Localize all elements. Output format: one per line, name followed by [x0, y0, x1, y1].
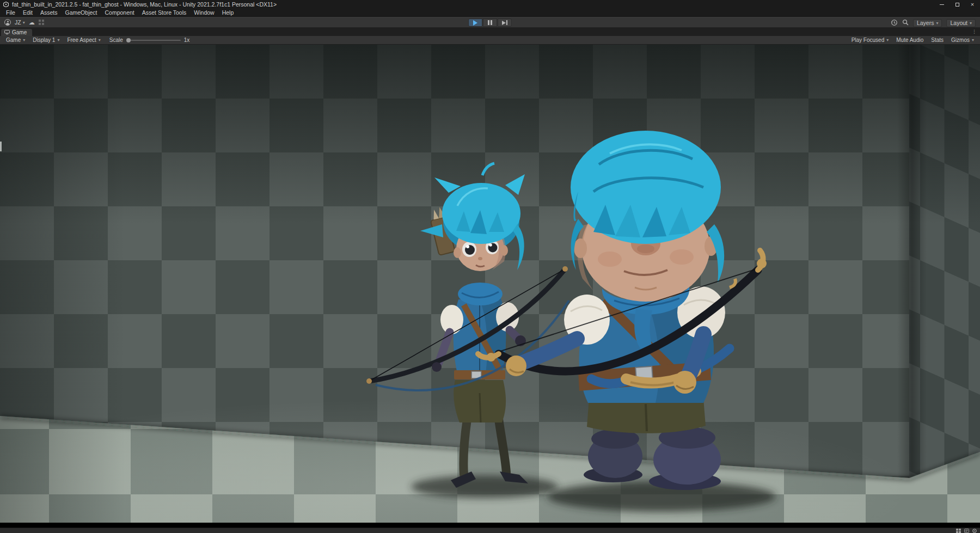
- menu-help[interactable]: Help: [218, 9, 238, 16]
- menu-gameobject[interactable]: GameObject: [62, 9, 101, 16]
- undo-history-icon[interactable]: [891, 19, 898, 27]
- toolbar-left-group: JZ ▾ ☁: [4, 19, 44, 26]
- chevron-down-icon: ▾: [972, 38, 974, 42]
- mute-audio-label: Mute Audio: [896, 37, 923, 43]
- menu-edit[interactable]: Edit: [19, 9, 36, 16]
- minimize-icon: [940, 4, 944, 5]
- toolbar-right-group: Layers ▾ Layout ▾: [891, 17, 976, 28]
- stats-label: Stats: [931, 37, 944, 43]
- maximize-icon: [955, 3, 959, 7]
- chevron-down-icon: ▾: [970, 21, 972, 26]
- gizmos-label: Gizmos: [951, 37, 970, 43]
- display-mode-dropdown[interactable]: Game ▾: [3, 36, 28, 45]
- unity-logo-icon: [3, 2, 9, 7]
- tab-game-label: Game: [12, 29, 27, 35]
- menu-bar: File Edit Assets GameObject Component As…: [0, 9, 980, 17]
- panel-menu-icon[interactable]: ⋮: [972, 28, 977, 36]
- play-button[interactable]: [468, 19, 482, 27]
- services-grid-icon[interactable]: [39, 20, 44, 25]
- game-view-toolbar: Game ▾ Display 1 ▾ Free Aspect ▾ Scale 1…: [0, 36, 980, 45]
- menu-file[interactable]: File: [2, 9, 19, 16]
- menu-component[interactable]: Component: [101, 9, 138, 16]
- display-mode-label: Game: [6, 37, 21, 43]
- gizmos-dropdown[interactable]: Gizmos ▾: [948, 36, 977, 45]
- display-dropdown[interactable]: Display 1 ▾: [29, 36, 63, 45]
- aspect-dropdown[interactable]: Free Aspect ▾: [64, 36, 103, 45]
- display-label: Display 1: [33, 37, 55, 43]
- cloud-services-icon[interactable]: ☁: [29, 20, 35, 26]
- scene-3d: [0, 45, 980, 523]
- scale-slider[interactable]: [126, 36, 181, 45]
- pause-icon: [488, 20, 492, 25]
- account-label: JZ: [15, 19, 21, 26]
- maximize-button[interactable]: [950, 0, 965, 9]
- stats-button[interactable]: Stats: [928, 36, 947, 45]
- scale-value: 1x: [184, 37, 190, 43]
- menu-asset-store-tools[interactable]: Asset Store Tools: [138, 9, 191, 16]
- letterbox-bar: [0, 523, 980, 528]
- status-icons: [956, 529, 977, 533]
- search-icon[interactable]: [902, 19, 909, 27]
- window-title: fat_thin_built_in_2021.2.5 - fat_thin_gh…: [12, 1, 277, 8]
- layout-label: Layout: [950, 20, 967, 26]
- main-toolbar: JZ ▾ ☁ Layers ▾: [0, 17, 980, 28]
- game-toolbar-right: Play Focused ▾ Mute Audio Stats Gizmos ▾: [848, 36, 977, 45]
- chevron-down-icon: ▾: [57, 38, 59, 42]
- play-icon: [473, 20, 477, 26]
- layers-label: Layers: [917, 20, 934, 26]
- scale-slider-thumb[interactable]: [126, 38, 131, 42]
- game-view-icon: [4, 29, 10, 35]
- chevron-down-icon: ▾: [23, 20, 25, 25]
- step-button[interactable]: [498, 19, 512, 27]
- chevron-down-icon: ▾: [99, 38, 101, 42]
- scale-slider-track: [126, 40, 181, 41]
- layers-dropdown[interactable]: Layers ▾: [913, 19, 942, 27]
- unity-editor-window: fat_thin_built_in_2021.2.5 - fat_thin_gh…: [0, 0, 980, 533]
- minimize-button[interactable]: [934, 0, 950, 9]
- layout-dropdown[interactable]: Layout ▾: [946, 19, 976, 27]
- mute-audio-button[interactable]: Mute Audio: [893, 36, 927, 45]
- play-focused-dropdown[interactable]: Play Focused ▾: [848, 36, 892, 45]
- window-controls: ×: [934, 0, 980, 9]
- title-bar: fat_thin_built_in_2021.2.5 - fat_thin_gh…: [0, 0, 980, 9]
- pause-button[interactable]: [483, 19, 497, 27]
- play-controls: [468, 19, 512, 27]
- vignette-left: [0, 45, 125, 523]
- status-cache-icon[interactable]: [956, 529, 961, 533]
- status-progress-icon[interactable]: [972, 529, 977, 533]
- chevron-down-icon: ▾: [936, 21, 938, 26]
- step-icon: [502, 20, 507, 25]
- status-bar: [0, 528, 980, 533]
- chevron-down-icon: ▾: [886, 38, 889, 42]
- aspect-label: Free Aspect: [67, 37, 96, 43]
- close-icon: ×: [971, 2, 974, 8]
- scale-label: Scale: [109, 37, 123, 43]
- status-console-icon[interactable]: [964, 529, 969, 533]
- viewport-edge-artifact: [0, 142, 2, 151]
- close-button[interactable]: ×: [965, 0, 980, 9]
- account-dropdown[interactable]: JZ ▾: [15, 19, 25, 26]
- tab-bar: Game ⋮: [0, 28, 980, 36]
- tab-game[interactable]: Game: [1, 29, 32, 36]
- play-focused-label: Play Focused: [852, 37, 885, 43]
- menu-window[interactable]: Window: [190, 9, 218, 16]
- chevron-down-icon: ▾: [23, 38, 25, 42]
- game-viewport[interactable]: [0, 45, 980, 523]
- account-icon[interactable]: [4, 19, 11, 26]
- menu-assets[interactable]: Assets: [36, 9, 62, 16]
